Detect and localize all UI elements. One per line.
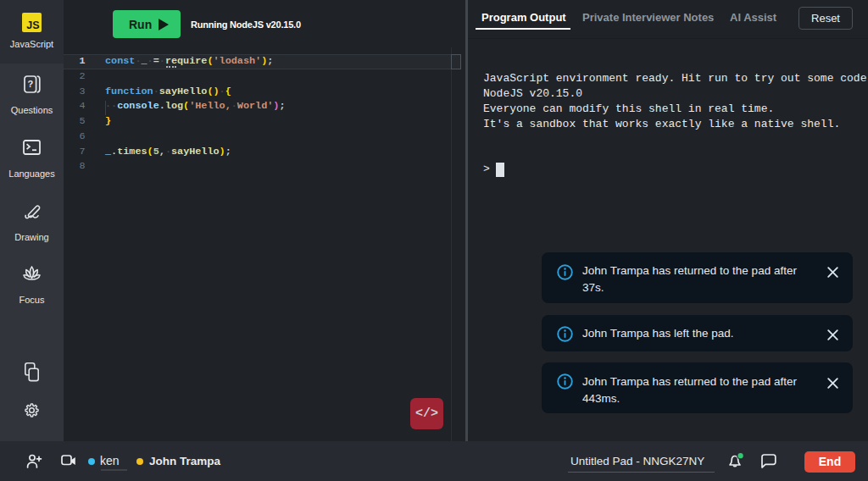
svg-text:?: ? [27,79,33,89]
